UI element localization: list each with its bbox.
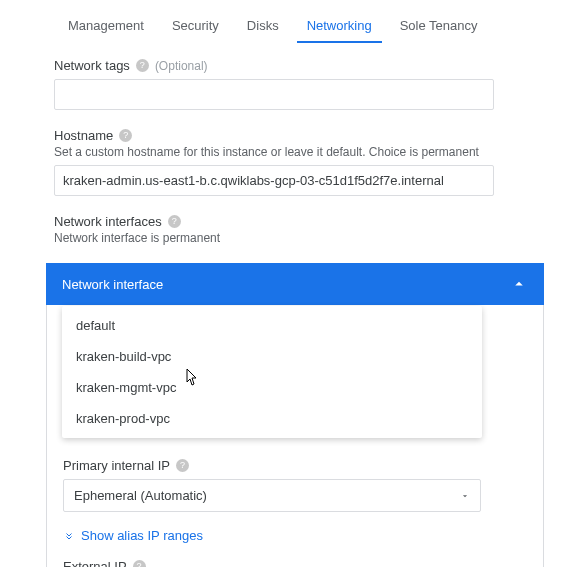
external-ip-label-row: External IP ? <box>63 559 527 567</box>
help-icon[interactable]: ? <box>136 59 149 72</box>
chevrons-down-icon <box>63 530 75 542</box>
tab-management[interactable]: Management <box>54 10 158 43</box>
primary-internal-ip-label-row: Primary internal IP ? <box>63 458 527 473</box>
hostname-label-row: Hostname ? <box>54 128 530 143</box>
tab-networking[interactable]: Networking <box>293 10 386 43</box>
network-option-kraken-mgmt-vpc[interactable]: kraken-mgmt-vpc <box>62 372 482 403</box>
network-tags-input[interactable] <box>54 79 494 110</box>
network-interfaces-label-row: Network interfaces ? <box>54 214 530 229</box>
show-alias-ip-text: Show alias IP ranges <box>81 528 203 543</box>
primary-internal-ip-label: Primary internal IP <box>63 458 170 473</box>
help-icon[interactable]: ? <box>119 129 132 142</box>
primary-internal-ip-select[interactable]: Ephemeral (Automatic) <box>63 479 481 512</box>
tab-sole-tenancy[interactable]: Sole Tenancy <box>386 10 492 43</box>
caret-down-icon <box>460 491 470 501</box>
optional-text: (Optional) <box>155 59 208 73</box>
tab-disks[interactable]: Disks <box>233 10 293 43</box>
help-icon[interactable]: ? <box>176 459 189 472</box>
panel-title: Network interface <box>62 277 163 292</box>
network-interfaces-label: Network interfaces <box>54 214 162 229</box>
network-option-kraken-prod-vpc[interactable]: kraken-prod-vpc <box>62 403 482 434</box>
network-option-kraken-build-vpc[interactable]: kraken-build-vpc <box>62 341 482 372</box>
hostname-hint: Set a custom hostname for this instance … <box>54 145 530 159</box>
network-option-default[interactable]: default <box>62 310 482 341</box>
chevron-up-icon <box>510 275 528 293</box>
tab-security[interactable]: Security <box>158 10 233 43</box>
network-tags-label-row: Network tags ? (Optional) <box>54 58 530 73</box>
network-tags-label: Network tags <box>54 58 130 73</box>
external-ip-label: External IP <box>63 559 127 567</box>
hostname-label: Hostname <box>54 128 113 143</box>
show-alias-ip-link[interactable]: Show alias IP ranges <box>63 528 527 543</box>
network-interfaces-hint: Network interface is permanent <box>54 231 530 245</box>
tabs-bar: Management Security Disks Networking Sol… <box>0 10 584 44</box>
panel-header[interactable]: Network interface <box>46 263 544 305</box>
hostname-input[interactable] <box>54 165 494 196</box>
network-dropdown: default kraken-build-vpc kraken-mgmt-vpc… <box>62 306 482 438</box>
help-icon[interactable]: ? <box>168 215 181 228</box>
primary-internal-ip-value: Ephemeral (Automatic) <box>74 488 207 503</box>
help-icon[interactable]: ? <box>133 560 146 567</box>
